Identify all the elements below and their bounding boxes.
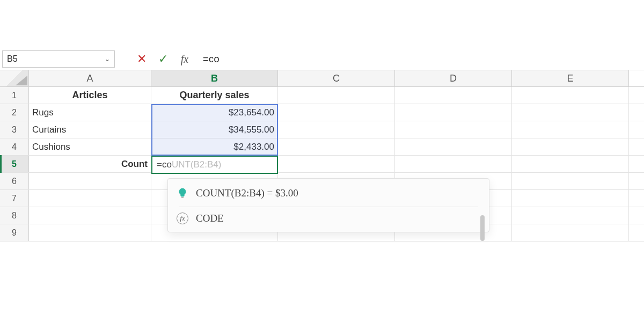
- cell-E6[interactable]: [512, 173, 629, 189]
- x-icon: ✕: [137, 52, 147, 66]
- divider: [179, 207, 478, 207]
- row-header-9[interactable]: 9: [0, 224, 29, 241]
- table-row: 2 Rugs $23,654.00: [0, 104, 644, 121]
- lightbulb-icon: [177, 187, 188, 199]
- suggestion-alt-function: CODE: [196, 213, 224, 224]
- row-header-8[interactable]: 8: [0, 207, 29, 224]
- active-cell-editor[interactable]: =coUNT(B2:B4): [151, 156, 278, 174]
- cell-A8[interactable]: [29, 207, 151, 224]
- formula-bar: B5 ⌄ ✕ ✓ fx: [0, 48, 644, 70]
- popup-scrollbar[interactable]: [480, 215, 485, 241]
- cell-A7[interactable]: [29, 190, 151, 207]
- cell-D5[interactable]: [395, 156, 512, 172]
- cell-D3[interactable]: [395, 121, 512, 138]
- chevron-down-icon[interactable]: ⌄: [105, 55, 110, 63]
- accept-formula-button[interactable]: ✓: [152, 50, 174, 68]
- formula-input[interactable]: [195, 50, 642, 68]
- cell-E8[interactable]: [512, 207, 629, 224]
- insert-function-button[interactable]: fx: [174, 50, 195, 68]
- column-header-D[interactable]: D: [395, 70, 512, 86]
- table-row: 5 Count: [0, 156, 644, 173]
- cell-C4[interactable]: [278, 138, 395, 155]
- column-header-A[interactable]: A: [29, 70, 151, 86]
- row-header-4[interactable]: 4: [0, 138, 29, 155]
- active-cell-autocomplete-ghost: UNT(B2:B4): [172, 159, 222, 170]
- fx-circle-icon: fx: [177, 213, 188, 224]
- column-header-E[interactable]: E: [512, 70, 629, 86]
- suggestion-formula-text: COUNT(B2:B4): [196, 187, 265, 199]
- cell-A5[interactable]: Count: [29, 156, 151, 172]
- cell-D2[interactable]: [395, 104, 512, 121]
- spreadsheet-grid[interactable]: 1 Articles Quarterly sales 2 Rugs $23,65…: [0, 87, 644, 241]
- cell-D1[interactable]: [395, 87, 512, 104]
- cell-E9[interactable]: [512, 224, 629, 241]
- active-cell-typed: =co: [157, 159, 172, 170]
- cell-E4[interactable]: [512, 138, 629, 155]
- row-header-1[interactable]: 1: [0, 87, 29, 104]
- cell-B2[interactable]: $23,654.00: [151, 104, 278, 121]
- row-header-3[interactable]: 3: [0, 121, 29, 138]
- suggestion-equals: =: [265, 187, 275, 199]
- fx-icon: fx: [181, 53, 188, 65]
- column-header-C[interactable]: C: [278, 70, 395, 86]
- cancel-formula-button[interactable]: ✕: [131, 50, 152, 68]
- table-row: 3 Curtains $34,555.00: [0, 121, 644, 138]
- name-box-value: B5: [7, 54, 18, 64]
- cell-B1[interactable]: Quarterly sales: [151, 87, 278, 104]
- table-row: 1 Articles Quarterly sales: [0, 87, 644, 104]
- column-header-B[interactable]: B: [151, 70, 278, 86]
- cell-B3[interactable]: $34,555.00: [151, 121, 278, 138]
- row-header-7[interactable]: 7: [0, 190, 29, 207]
- check-icon: ✓: [158, 52, 168, 66]
- cell-B4[interactable]: $2,433.00: [151, 138, 278, 155]
- svg-rect-0: [181, 197, 184, 197]
- suggestion-preview-row[interactable]: COUNT(B2:B4) = $3.00: [177, 187, 480, 199]
- cell-A6[interactable]: [29, 173, 151, 189]
- row-header-6[interactable]: 6: [0, 173, 29, 189]
- cell-E3[interactable]: [512, 121, 629, 138]
- row-header-2[interactable]: 2: [0, 104, 29, 121]
- cell-A9[interactable]: [29, 224, 151, 241]
- cell-D4[interactable]: [395, 138, 512, 155]
- column-header-row: A B C D E: [0, 70, 644, 87]
- cell-A1[interactable]: Articles: [29, 87, 151, 104]
- cell-C5[interactable]: [278, 156, 395, 172]
- name-box[interactable]: B5 ⌄: [2, 50, 115, 68]
- cell-E7[interactable]: [512, 190, 629, 207]
- cell-A4[interactable]: Cushions: [29, 138, 151, 155]
- cell-C3[interactable]: [278, 121, 395, 138]
- cell-E5[interactable]: [512, 156, 629, 172]
- table-row: 4 Cushions $2,433.00: [0, 138, 644, 156]
- cell-C1[interactable]: [278, 87, 395, 104]
- cell-A2[interactable]: Rugs: [29, 104, 151, 121]
- formula-suggestion-popup: COUNT(B2:B4) = $3.00 fx CODE: [167, 178, 489, 232]
- cell-E2[interactable]: [512, 104, 629, 121]
- suggestion-alt-row[interactable]: fx CODE: [177, 213, 480, 226]
- suggestion-result: $3.00: [275, 187, 298, 199]
- window-padding: [0, 0, 644, 48]
- row-header-5[interactable]: 5: [0, 156, 29, 172]
- cell-C2[interactable]: [278, 104, 395, 121]
- cell-E1[interactable]: [512, 87, 629, 104]
- cell-A3[interactable]: Curtains: [29, 121, 151, 138]
- select-all-corner[interactable]: [0, 70, 29, 86]
